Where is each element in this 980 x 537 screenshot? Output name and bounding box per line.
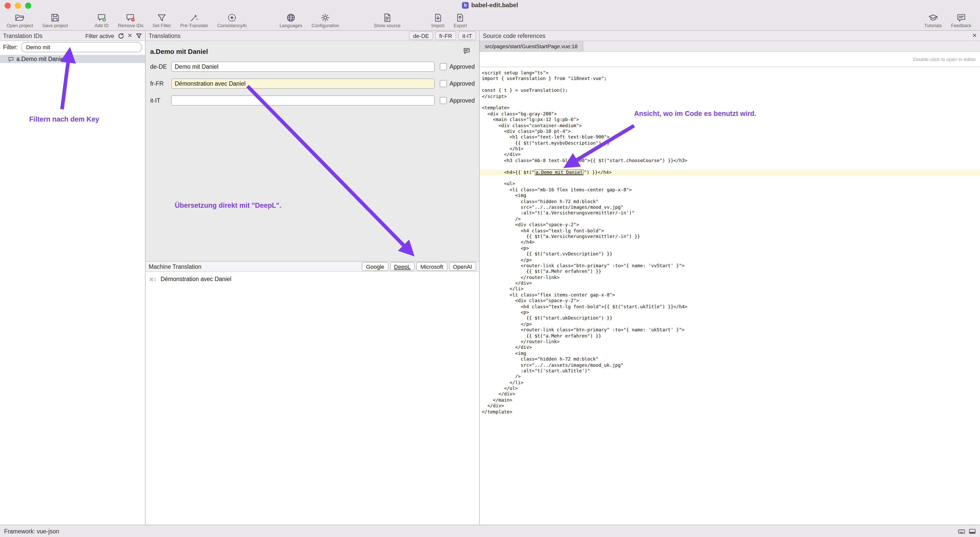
language-tab-bar: de-DE fr-FR it-IT <box>409 31 476 40</box>
keyboard-icon[interactable] <box>958 527 965 535</box>
toolbar-label: Configuration <box>312 23 339 28</box>
toolbar-label: Set Filter <box>153 23 171 28</box>
code-line: </div> <box>482 345 980 351</box>
panel-title: Translation IDs <box>3 33 43 39</box>
import-icon <box>433 12 442 22</box>
code-line: {{ $t("start.myvbvDescription") }} <box>482 140 980 146</box>
bottom-panel-toggle-icon[interactable] <box>969 527 976 535</box>
code-line: <div class="bg-gray-200"> <box>482 111 980 117</box>
show-source-button[interactable]: Show source <box>369 12 405 28</box>
consistency-ai-button[interactable]: ConsistencyAI <box>213 12 251 28</box>
code-line: <h3 class="mb-8 text-blue-900">{{ $t("st… <box>482 158 980 164</box>
remove-ids-button[interactable]: Remove IDs <box>113 12 148 28</box>
translation-row-fr-FR: fr-FR Approved <box>150 78 474 89</box>
code-line: <h1 class="text-left text-blue-900"> <box>482 135 980 140</box>
filter-active-label: Filter active <box>85 33 114 39</box>
mt-provider-google[interactable]: Google <box>362 262 388 271</box>
close-window-button[interactable] <box>5 3 11 9</box>
configuration-button[interactable]: Configuration <box>307 12 344 28</box>
open-folder-icon <box>15 12 25 22</box>
mt-result-text[interactable]: Démonstration avec Daniel <box>161 276 231 282</box>
mt-provider-deepl[interactable]: DeepL <box>390 262 415 271</box>
approved-checkbox-de-DE[interactable] <box>440 63 447 70</box>
code-line: <router-link class="btn-primary" :to="{ … <box>482 327 980 333</box>
window-title-text: babel-edit.babel <box>471 2 518 9</box>
code-line: <img <box>482 193 980 199</box>
feedback-button[interactable]: Feedback <box>947 12 976 28</box>
code-line: </div> <box>482 280 980 287</box>
save-icon <box>50 12 60 22</box>
language-label: fr-FR <box>150 81 171 87</box>
zoom-window-button[interactable] <box>25 3 31 9</box>
comment-bubble-icon <box>8 56 14 62</box>
status-bar: Framework: vue-json <box>0 525 980 537</box>
tab-fr-FR[interactable]: fr-FR <box>435 31 456 40</box>
code-line: <h4 class="text-lg font-bold">{{ $t("sta… <box>482 304 980 310</box>
pre-translate-button[interactable]: Pre-Translate <box>175 12 212 28</box>
approved-label: Approved <box>450 97 475 104</box>
titlebar: b babel-edit.babel <box>0 0 980 11</box>
code-line: src="../../assets/images/mood_uk.jpg" <box>482 362 980 368</box>
import-button[interactable]: Import <box>427 12 449 28</box>
comment-note-icon[interactable] <box>463 48 470 56</box>
tab-it-IT[interactable]: it-IT <box>458 31 476 40</box>
export-button[interactable]: Export <box>449 12 471 28</box>
code-line: {{ $t("start.vvDescription") }} <box>482 251 980 257</box>
code-line: <div class="space-y-2"> <box>482 222 980 228</box>
open-project-button[interactable]: Open project <box>2 12 38 28</box>
code-line: :alt="t('start.ukTitle')" <box>482 368 980 374</box>
toolbar: Open project Save project Add ID Remove … <box>0 11 980 31</box>
code-line: <script setup lang="ts"> <box>482 70 980 76</box>
code-line: <h4>{{ $t("a.Demo mit Daniel") }}</h4> <box>480 169 980 175</box>
code-line: const { t } = useTranslation(); <box>482 88 980 94</box>
close-panel-icon[interactable]: ✕ <box>972 33 977 38</box>
code-line: </template> <box>482 409 980 415</box>
translation-input-de-DE[interactable] <box>171 62 434 72</box>
code-line: <main class="lg:px-12 lg:pb-6"> <box>482 117 980 123</box>
filter-input[interactable] <box>21 42 142 52</box>
source-references-header: Source code references ✕ <box>480 31 980 41</box>
approved-checkbox-fr-FR[interactable] <box>440 80 447 87</box>
panel-title: Source code references <box>483 33 546 39</box>
toolbar-label: Pre-Translate <box>180 23 208 28</box>
code-lines[interactable]: <script setup lang="ts">import { useTran… <box>480 67 980 525</box>
code-line: </div> <box>482 392 980 397</box>
mt-provider-microsoft[interactable]: Microsoft <box>416 262 447 271</box>
code-line: <div class="pb-10 pt-4"> <box>482 129 980 135</box>
code-line: </p> <box>482 257 980 263</box>
tutorials-button[interactable]: Tutorials <box>920 12 947 28</box>
refresh-icon[interactable] <box>118 33 124 39</box>
code-line: import { useTranslation } from "i18next-… <box>482 76 980 82</box>
save-project-button[interactable]: Save project <box>38 12 73 28</box>
export-icon <box>455 12 465 22</box>
funnel-icon[interactable] <box>136 33 142 39</box>
translation-id-item-selected[interactable]: a.Demo mit Daniel <box>0 55 145 63</box>
tab-de-DE[interactable]: de-DE <box>409 31 433 40</box>
clear-filter-icon[interactable]: ✕ <box>127 33 132 38</box>
framework-label: Framework: vue-json <box>4 528 59 534</box>
document-icon: b <box>462 2 469 8</box>
code-line: </router-link> <box>482 275 980 280</box>
panel-title: Machine Translation <box>149 263 201 269</box>
file-tab[interactable]: src/pages/start/GuestStartPage.vue:18 <box>480 41 583 51</box>
remove-ids-icon <box>126 12 135 22</box>
translation-input-it-IT[interactable] <box>171 96 434 106</box>
toolbar-label: Add ID <box>95 23 109 28</box>
source-references-panel: Source code references ✕ src/pages/start… <box>480 31 980 525</box>
code-line: </h1> <box>482 146 980 152</box>
add-id-button[interactable]: Add ID <box>90 12 113 28</box>
highlighted-translation-key[interactable]: a.Demo mit Daniel <box>535 169 584 175</box>
mt-provider-openai[interactable]: OpenAI <box>449 262 476 271</box>
minimize-window-button[interactable] <box>15 3 21 9</box>
languages-button[interactable]: Languages <box>275 12 307 28</box>
code-line: <p> <box>482 310 980 316</box>
translation-id-list: a.Demo mit Daniel <box>0 53 145 525</box>
translation-id-label: a.Demo mit Daniel <box>16 56 65 62</box>
code-line: </div> <box>482 403 980 409</box>
set-filter-button[interactable]: Set Filter <box>148 12 175 28</box>
translation-input-fr-FR[interactable] <box>171 78 434 89</box>
approved-checkbox-it-IT[interactable] <box>440 97 447 104</box>
filter-label: Filter: <box>3 44 18 50</box>
code-line: /> <box>482 374 980 380</box>
code-line: class="hidden h-72 md:block" <box>482 199 980 205</box>
